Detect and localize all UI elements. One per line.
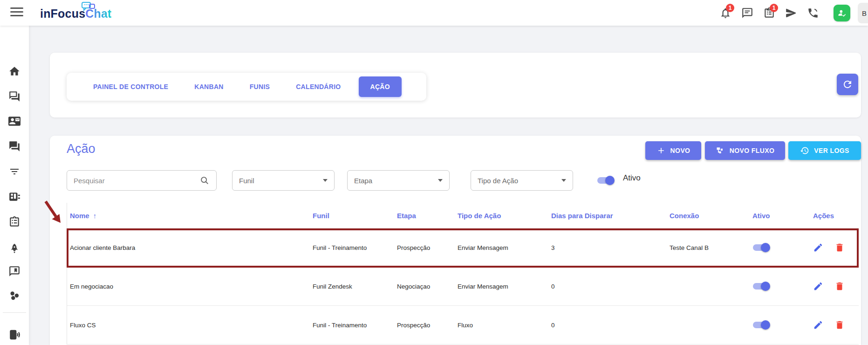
sidebar-groups-icon[interactable]: [8, 290, 21, 302]
menu-icon[interactable]: [10, 7, 23, 18]
novo-button-label: NOVO: [670, 147, 690, 154]
ativo-filter-toggle[interactable]: [597, 176, 614, 185]
novo-fluxo-button[interactable]: NOVO FLUXO: [705, 141, 785, 160]
row-ativo-toggle[interactable]: [752, 320, 769, 330]
notifications-bell-icon[interactable]: 1: [719, 7, 731, 19]
tab-painel-de-controle[interactable]: PAINEL DE CONTROLE: [93, 83, 168, 90]
agent-status-button[interactable]: [834, 5, 850, 21]
tasks-clipboard-icon[interactable]: 1: [763, 7, 775, 19]
sidebar-conversations-icon[interactable]: [8, 90, 21, 103]
column-header-nome[interactable]: Nome↑: [67, 212, 310, 220]
page-title: Ação: [67, 142, 96, 156]
cell-etapa: Prospecção: [394, 244, 455, 251]
novo-button[interactable]: NOVO: [645, 141, 701, 160]
cell-tipo-de-acao: Fluxo: [455, 322, 548, 329]
delete-button[interactable]: [834, 242, 845, 253]
sidebar-contacts-icon[interactable]: [8, 115, 21, 127]
table-row-em-negociacao[interactable]: Em negociacao Funil Zendesk Negociaçao E…: [67, 267, 859, 306]
cell-dias-para-disparar: 0: [548, 322, 667, 329]
tasks-badge: 1: [770, 4, 778, 12]
row-ativo-toggle[interactable]: [752, 243, 769, 252]
cell-funil: Funil - Treinamento: [310, 322, 394, 329]
app-bar: inFocusChat 1 1 B: [0, 0, 868, 26]
sidebar-home-icon[interactable]: [8, 65, 21, 77]
pencil-icon: [813, 320, 823, 330]
pencil-icon: [813, 242, 823, 253]
cell-nome: Acionar cliente Barbara: [67, 244, 310, 251]
user-profile-chip[interactable]: B: [858, 3, 868, 23]
sidebar-filter-icon[interactable]: [8, 166, 21, 178]
chevron-down-icon: [561, 179, 566, 182]
etapa-select-value: Etapa: [354, 177, 372, 185]
sidebar-saved-replies-icon[interactable]: [8, 265, 21, 277]
cell-etapa: Prospecção: [394, 322, 455, 329]
refresh-button[interactable]: [837, 74, 858, 95]
app-logo: inFocusChat: [40, 7, 112, 21]
tab-funis[interactable]: FUNIS: [250, 83, 270, 90]
logo-text-infocus: inFocus: [40, 7, 85, 20]
row-ativo-toggle[interactable]: [752, 282, 769, 291]
funil-select[interactable]: Funil: [232, 170, 335, 191]
logo-chat-bubbles-icon: [80, 1, 96, 12]
ver-logs-button-label: VER LOGS: [814, 147, 849, 154]
trash-icon: [834, 242, 845, 253]
novo-fluxo-button-label: NOVO FLUXO: [730, 147, 775, 154]
cell-tipo-de-acao: Enviar Mensagem: [455, 283, 548, 290]
acao-table: Nome↑ Funil Etapa Tipo de Ação Dias para…: [67, 203, 859, 345]
pencil-icon: [813, 281, 823, 291]
edit-button[interactable]: [813, 242, 823, 253]
ativo-filter-label: Ativo: [623, 173, 641, 183]
tipo-de-acao-select[interactable]: Tipo de Ação: [471, 170, 573, 191]
chevron-down-icon: [323, 179, 328, 182]
column-header-conexao[interactable]: Conexão: [667, 212, 750, 220]
send-icon[interactable]: [785, 7, 797, 19]
phone-icon[interactable]: [807, 7, 819, 19]
sidebar-tasklist-icon[interactable]: [8, 216, 21, 228]
cell-nome: Em negociacao: [67, 283, 310, 290]
tab-kanban[interactable]: KANBAN: [194, 83, 223, 90]
acao-panel: Ação NOVO NOVO FLUXO VER LOGS Funil Etap…: [50, 136, 861, 345]
user-initial: B: [862, 9, 867, 17]
edit-button[interactable]: [813, 281, 823, 291]
column-header-dias-para-disparar[interactable]: Dias para Disparar: [548, 212, 667, 220]
funil-select-value: Funil: [239, 177, 254, 185]
tab-acao-active[interactable]: AÇÃO: [359, 76, 402, 97]
search-input[interactable]: [74, 177, 199, 185]
sidebar-modules-icon[interactable]: [8, 191, 21, 203]
tabs-panel: PAINEL DE CONTROLE KANBAN FUNIS CALENDÁR…: [50, 53, 861, 117]
table-header-row: Nome↑ Funil Etapa Tipo de Ação Dias para…: [67, 203, 859, 228]
etapa-select[interactable]: Etapa: [347, 170, 450, 191]
table-row-fluxo-cs[interactable]: Fluxo CS Funil - Treinamento Prospecção …: [67, 306, 859, 345]
cell-dias-para-disparar: 0: [548, 283, 667, 290]
tipo-de-acao-select-value: Tipo de Ação: [478, 177, 518, 185]
search-icon: [199, 175, 210, 186]
cell-dias-para-disparar: 3: [548, 244, 667, 251]
search-field[interactable]: [67, 170, 217, 191]
sort-ascending-icon: ↑: [93, 212, 97, 220]
sidebar-nav: [0, 26, 29, 345]
column-header-funil[interactable]: Funil: [310, 212, 394, 220]
appbar-icon-group: 1 1: [719, 0, 850, 26]
sidebar-phone-broadcast-icon[interactable]: [8, 329, 21, 341]
table-row-acionar-cliente-barbara[interactable]: Acionar cliente Barbara Funil - Treiname…: [67, 228, 859, 267]
column-header-acoes[interactable]: Ações: [810, 212, 859, 220]
column-header-tipo-de-acao[interactable]: Tipo de Ação: [455, 212, 548, 220]
chevron-down-icon: [438, 179, 443, 182]
sidebar-chats-icon[interactable]: [8, 140, 21, 152]
column-header-ativo[interactable]: Ativo: [750, 212, 810, 220]
plus-icon: [656, 146, 666, 155]
chat-messages-icon[interactable]: [741, 7, 753, 19]
cell-funil: Funil Zendesk: [310, 283, 394, 290]
flow-icon: [716, 146, 725, 155]
column-header-etapa[interactable]: Etapa: [394, 212, 455, 220]
delete-button[interactable]: [834, 281, 845, 291]
sidebar-campaigns-rocket-icon[interactable]: [8, 242, 21, 255]
delete-button[interactable]: [834, 320, 845, 330]
sidebar-divider: [3, 312, 26, 313]
tab-calendario[interactable]: CALENDÁRIO: [296, 83, 341, 90]
cell-tipo-de-acao: Enviar Mensagem: [455, 244, 548, 251]
edit-button[interactable]: [813, 320, 823, 330]
cell-etapa: Negociaçao: [394, 283, 455, 290]
history-icon: [800, 146, 809, 155]
ver-logs-button[interactable]: VER LOGS: [788, 141, 861, 160]
